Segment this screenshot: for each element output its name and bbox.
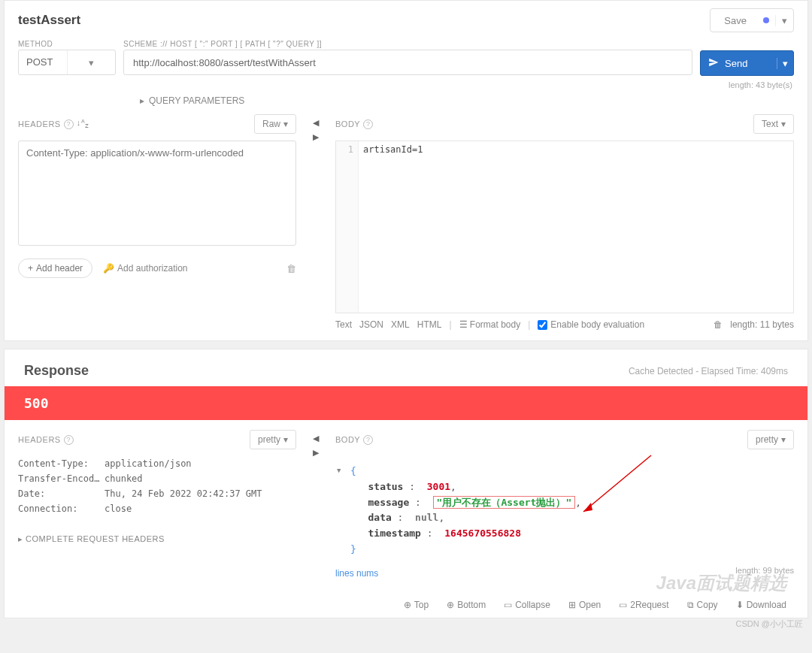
pane-resize: ◀ ▶ xyxy=(301,113,331,330)
chevron-down-icon: ▾ xyxy=(283,119,288,129)
header-row: Date:Thu, 24 Feb 2022 02:42:37 GMT xyxy=(18,486,296,501)
format-xml[interactable]: XML xyxy=(391,319,410,330)
method-select[interactable]: POST ▾ xyxy=(18,50,116,75)
open-button[interactable]: ⊞ Open xyxy=(568,600,601,610)
lines-nums-link[interactable]: lines nums xyxy=(335,568,378,579)
method-value: POST xyxy=(19,50,67,74)
method-label: METHOD xyxy=(18,40,116,48)
collapse-icon[interactable]: ▼ xyxy=(337,465,341,476)
format-body-button[interactable]: ☰ Format body xyxy=(459,319,521,330)
chevron-down-icon: ▾ xyxy=(283,434,288,445)
sort-icon[interactable]: ↓ᴬᴢ xyxy=(77,118,89,129)
request-body-section: BODY ? Text ▾ 1 artisanId=1 Text JSON XM… xyxy=(335,113,794,330)
enable-eval-checkbox[interactable]: Enable body evaluation xyxy=(538,319,644,330)
request-headers-section: HEADERS ? ↓ᴬᴢ Raw ▾ Content-Type: applic… xyxy=(18,113,296,330)
top-button[interactable]: ⊕ Top xyxy=(404,600,429,610)
body-length: length: 11 bytes xyxy=(730,319,794,330)
key-icon: 🔑 xyxy=(103,263,114,274)
trash-icon[interactable]: 🗑 xyxy=(286,263,296,274)
plus-icon: + xyxy=(28,263,33,274)
headers-view-toggle[interactable]: pretty ▾ xyxy=(250,430,296,449)
query-params-toggle[interactable]: ▸QUERY PARAMETERS xyxy=(5,92,807,113)
chevron-down-icon: ▾ xyxy=(781,119,786,129)
body-title: BODY xyxy=(335,119,360,128)
save-dropdown-icon[interactable]: ▾ xyxy=(775,15,793,26)
status-code: 500 xyxy=(5,386,807,420)
highlighted-message: "用户不存在（Assert抛出）" xyxy=(433,496,576,509)
chevron-down-icon: ▾ xyxy=(781,434,786,445)
response-body-length: length: 99 bytes xyxy=(735,566,794,575)
header-row: Connection:close xyxy=(18,501,296,516)
format-json[interactable]: JSON xyxy=(359,319,383,330)
response-json: ▼ { status : 3001, message : "用户不存在（Asse… xyxy=(335,456,794,558)
response-timing: Cache Detected - Elapsed Time: 409ms xyxy=(629,366,788,376)
line-gutter: 1 xyxy=(336,141,359,313)
request-panel: testAssert Save ▾ METHOD POST ▾ SCHEME :… xyxy=(4,0,808,341)
url-label: SCHEME :// HOST [ ":" PORT ] [ PATH [ "?… xyxy=(123,40,692,48)
credit: CSDN @小小工匠 xyxy=(0,618,812,634)
url-input[interactable] xyxy=(123,50,692,75)
request-title: testAssert xyxy=(18,13,80,28)
collapse-right-icon[interactable]: ▶ xyxy=(313,132,319,142)
complete-headers-toggle[interactable]: ▸ COMPLETE REQUEST HEADERS xyxy=(18,530,296,549)
annotation-arrow-icon xyxy=(576,452,659,527)
collapse-button[interactable]: ▭ Collapse xyxy=(504,600,550,610)
body-format-toggle[interactable]: Text ▾ xyxy=(753,114,794,134)
header-row: Transfer-Encodin…chunked xyxy=(18,471,296,486)
request-button[interactable]: ▭ 2Request xyxy=(619,600,668,610)
format-html[interactable]: HTML xyxy=(417,319,442,330)
unsaved-dot-icon xyxy=(763,17,769,23)
add-authorization-link[interactable]: 🔑Add authorization xyxy=(103,263,187,274)
save-label: Save xyxy=(710,15,757,26)
format-text[interactable]: Text xyxy=(335,319,352,330)
caret-right-icon: ▸ xyxy=(140,95,144,106)
headers-input[interactable]: Content-Type: application/x-www-form-url… xyxy=(18,141,296,246)
save-button[interactable]: Save ▾ xyxy=(710,8,794,32)
help-icon[interactable]: ? xyxy=(64,435,74,445)
response-title: Response xyxy=(24,363,89,379)
add-header-button[interactable]: +Add header xyxy=(18,258,92,278)
help-icon[interactable]: ? xyxy=(64,119,74,129)
svg-line-0 xyxy=(583,455,651,512)
response-panel: Response Cache Detected - Elapsed Time: … xyxy=(4,349,808,618)
send-label: Send xyxy=(725,58,777,69)
collapse-left-icon[interactable]: ◀ xyxy=(313,434,319,443)
trash-icon[interactable]: 🗑 xyxy=(714,319,723,330)
response-headers-section: HEADERS ? pretty ▾ Content-Type:applicat… xyxy=(18,429,296,579)
send-button[interactable]: Send ▾ xyxy=(700,50,794,76)
headers-title: HEADERS xyxy=(18,119,61,128)
help-icon[interactable]: ? xyxy=(363,119,373,129)
body-view-toggle[interactable]: pretty ▾ xyxy=(747,430,794,449)
send-icon xyxy=(701,57,725,70)
header-row: Content-Type:application/json xyxy=(18,456,296,471)
response-body-section: BODY ? pretty ▾ ▼ { status : 3001, messa… xyxy=(335,429,794,579)
chevron-down-icon[interactable]: ▾ xyxy=(67,50,116,74)
bottom-button[interactable]: ⊕ Bottom xyxy=(447,600,486,610)
svg-marker-1 xyxy=(583,503,592,512)
help-icon[interactable]: ? xyxy=(363,435,373,445)
body-editor[interactable]: 1 artisanId=1 xyxy=(335,141,794,313)
response-headers-list: Content-Type:application/json Transfer-E… xyxy=(18,456,296,516)
body-content: artisanId=1 xyxy=(359,141,427,313)
raw-toggle[interactable]: Raw ▾ xyxy=(254,114,296,134)
send-dropdown-icon[interactable]: ▾ xyxy=(777,58,793,69)
pane-resize: ◀ ▶ xyxy=(301,429,331,579)
response-footer: ⊕ Top ⊕ Bottom ▭ Collapse ⊞ Open ▭ 2Requ… xyxy=(5,588,807,618)
download-button[interactable]: ⬇ Download xyxy=(736,600,786,610)
collapse-right-icon[interactable]: ▶ xyxy=(313,448,319,458)
collapse-left-icon[interactable]: ◀ xyxy=(313,118,319,128)
url-length: length: 43 byte(s) xyxy=(5,79,807,92)
copy-button[interactable]: ⧉ Copy xyxy=(687,600,718,610)
